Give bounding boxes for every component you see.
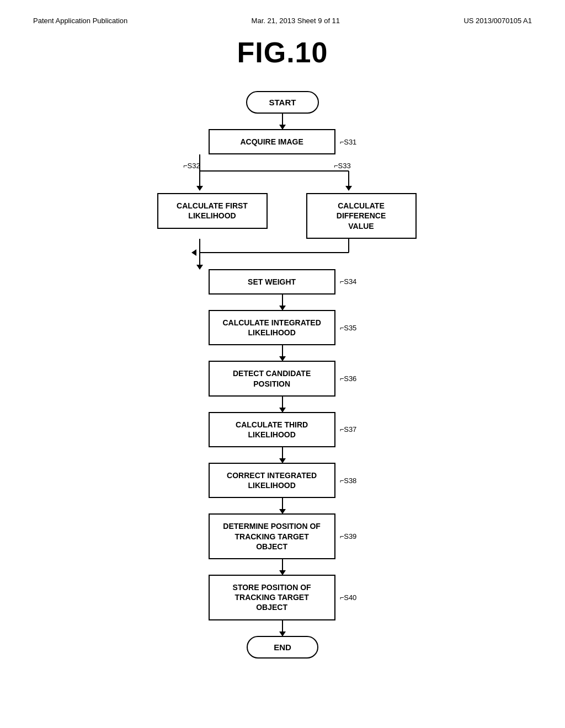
branch-join-svg: [117, 239, 448, 269]
arrow-s36-s37: [282, 397, 283, 412]
arrow-s37-s38: [282, 447, 283, 463]
svg-marker-11: [191, 249, 196, 256]
end-shape: END: [247, 636, 318, 659]
branch-s33: CALCULATE DIFFERENCEVALUE: [284, 193, 417, 239]
step-s40: STORE POSITION OFTRACKING TARGET OBJECT: [209, 575, 335, 620]
step-s38: CORRECT INTEGRATEDLIKELIHOOD: [209, 463, 335, 498]
step-s33: CALCULATE DIFFERENCEVALUE: [306, 193, 417, 239]
step-s36: DETECT CANDIDATEPOSITION: [209, 361, 335, 396]
arrow-s39-s40: [282, 559, 283, 575]
step-s35-row: CALCULATE INTEGRATEDLIKELIHOOD ⌐S35: [209, 310, 357, 345]
arrow-s34-s35: [282, 295, 283, 310]
step-s36-row: DETECT CANDIDATEPOSITION ⌐S36: [209, 361, 357, 396]
start-row: START: [246, 91, 319, 114]
step-s40-row: STORE POSITION OFTRACKING TARGET OBJECT …: [209, 575, 357, 620]
svg-marker-3: [196, 186, 203, 191]
branch-boxes: CALCULATE FIRSTLIKELIHOOD CALCULATE DIFF…: [117, 193, 448, 239]
header-center: Mar. 21, 2013 Sheet 9 of 11: [252, 17, 340, 25]
branch-s32: CALCULATE FIRSTLIKELIHOOD: [157, 193, 268, 239]
flowchart: START ACQUIRE IMAGE ⌐S31 ⌐S32 ⌐S: [33, 85, 532, 659]
step-s37-label: ⌐S37: [340, 425, 357, 433]
step-s38-label: ⌐S38: [340, 477, 357, 485]
step-s34-label: ⌐S34: [340, 277, 357, 286]
arrow-s35-s36: [282, 345, 283, 361]
arrow-start-s31: [282, 114, 283, 129]
step-s39-label: ⌐S39: [340, 532, 357, 540]
branch-arrow-svg: ⌐S32 ⌐S33: [117, 154, 448, 193]
arrow-s38-s39: [282, 498, 283, 513]
step-s35: CALCULATE INTEGRATEDLIKELIHOOD: [209, 310, 335, 345]
svg-text:⌐S33: ⌐S33: [334, 162, 351, 170]
header-left: Patent Application Publication: [33, 17, 127, 25]
svg-marker-13: [196, 265, 203, 270]
step-s38-row: CORRECT INTEGRATEDLIKELIHOOD ⌐S38: [209, 463, 357, 498]
arrow-s40-end: [282, 620, 283, 636]
page: Patent Application Publication Mar. 21, …: [0, 0, 565, 728]
start-shape: START: [246, 91, 319, 114]
step-s40-label: ⌐S40: [340, 593, 357, 602]
step-s32: CALCULATE FIRSTLIKELIHOOD: [157, 193, 268, 228]
step-s35-label: ⌐S35: [340, 324, 357, 332]
header: Patent Application Publication Mar. 21, …: [33, 17, 532, 25]
start-label: START: [269, 98, 296, 107]
figure-title: FIG.10: [33, 36, 532, 69]
step-s34-row: SET WEIGHT ⌐S34: [209, 269, 357, 295]
end-row: END: [247, 636, 318, 659]
step-s31-row: ACQUIRE IMAGE ⌐S31: [209, 129, 357, 154]
svg-text:⌐S32: ⌐S32: [183, 162, 200, 170]
step-s37: CALCULATE THIRDLIKELIHOOD: [209, 412, 335, 447]
step-s34: SET WEIGHT: [209, 269, 335, 295]
end-label: END: [274, 643, 291, 652]
step-s37-row: CALCULATE THIRDLIKELIHOOD ⌐S37: [209, 412, 357, 447]
step-s36-label: ⌐S36: [340, 374, 357, 383]
step-s39-row: DETERMINE POSITION OFTRACKING TARGET OBJ…: [209, 513, 357, 559]
step-s39: DETERMINE POSITION OFTRACKING TARGET OBJ…: [209, 513, 335, 559]
step-s31-label: ⌐S31: [340, 138, 357, 146]
step-s31: ACQUIRE IMAGE: [209, 129, 335, 154]
header-right: US 2013/0070105 A1: [463, 17, 532, 25]
svg-marker-5: [345, 186, 352, 191]
